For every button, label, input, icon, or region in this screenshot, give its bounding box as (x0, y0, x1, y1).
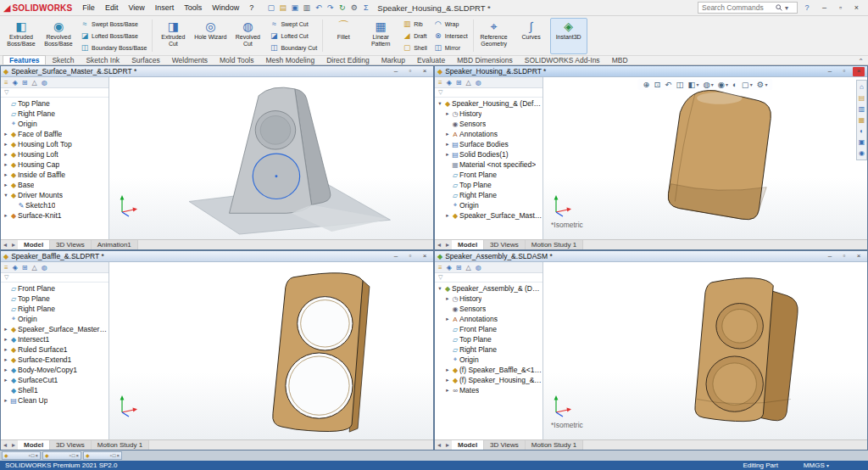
tree-expand-arrow[interactable]: ▾ (437, 285, 443, 292)
ribbon-button[interactable]: ◪ Lofted Cut (266, 30, 320, 42)
tree-filter-row[interactable]: ▽ (1, 88, 108, 98)
ribbon-tab[interactable]: SOLIDWORKS Add-Ins (519, 56, 606, 64)
tree-filter-row[interactable]: ▽ (435, 273, 542, 283)
task-pane-icon[interactable]: ◐ (860, 127, 864, 135)
menu-item[interactable]: ? (244, 3, 259, 13)
close-icon[interactable]: × (116, 452, 120, 460)
minimize-icon[interactable]: – (824, 67, 836, 76)
task-pane-icon[interactable]: ◉ (859, 149, 865, 157)
headsup-tool[interactable]: ⊡ ▾ (654, 80, 661, 89)
tree-item[interactable]: ▱ Front Plane (435, 170, 542, 180)
headsup-tool[interactable]: ◧ ▾ (687, 80, 698, 89)
headsup-tool[interactable]: ▢ ▾ (742, 80, 753, 89)
document-tab[interactable]: Model (18, 440, 50, 450)
tree-item[interactable]: ▸ ◆ (f) Speaker_Housing_&<1> -> (Defa (435, 375, 542, 385)
tab-scroll-left-icon[interactable]: ◂ (1, 240, 9, 249)
close-icon[interactable]: × (419, 67, 431, 76)
quick-access-icon[interactable]: ↻ (337, 3, 348, 12)
search-icon[interactable] (776, 4, 782, 11)
baffle-model[interactable] (109, 262, 433, 439)
tree-item[interactable]: ▸ ▤ Surface Bodies (435, 139, 542, 149)
headsup-tool[interactable]: ↶ ▾ (665, 80, 672, 89)
tree-item[interactable]: ▱ Top Plane (435, 334, 542, 344)
tree-expand-arrow[interactable]: ▸ (3, 377, 9, 383)
window-titlebar[interactable]: ◆ Speaker_Housing_&.SLDPRT * – ▫ × (435, 66, 867, 77)
tree-item[interactable]: ▸ ◆ Surface-Knit1 (1, 210, 108, 221)
ribbon-button[interactable]: ◪ Lofted Boss/Base (77, 30, 150, 42)
panel-tab-icon[interactable]: ◈ (447, 79, 452, 87)
tab-scroll-left-icon[interactable]: ◂ (1, 440, 9, 450)
document-tab[interactable]: Motion Study 1 (92, 440, 149, 450)
help-button[interactable]: ? (801, 3, 813, 12)
tree-item[interactable]: ⌖ Origin (1, 314, 108, 324)
document-tab[interactable]: Motion Study 1 (526, 240, 583, 249)
search-input[interactable] (702, 3, 773, 12)
ribbon-tab[interactable]: Features (3, 55, 46, 64)
restore-icon[interactable]: ▫ (404, 252, 416, 261)
task-pane-icon[interactable]: ▦ (859, 116, 865, 124)
panel-tab-icon[interactable]: ⊞ (456, 79, 462, 87)
viewport-3d[interactable] (109, 77, 433, 239)
close-icon[interactable]: × (35, 452, 38, 460)
headsup-tool[interactable]: ◐ ▾ (732, 80, 737, 89)
ribbon-button[interactable]: ◫ Boundary Boss/Base (77, 42, 150, 53)
tree-item[interactable]: ⌖ Origin (435, 200, 542, 210)
menu-item[interactable]: Tools (179, 3, 207, 13)
ribbon-tab[interactable]: MBD (606, 56, 634, 64)
close-icon[interactable]: × (849, 2, 865, 14)
close-icon[interactable]: × (853, 252, 865, 261)
tree-item[interactable]: ▸ ◆ Body-Move/Copy1 (1, 365, 108, 375)
tab-scroll-left-icon[interactable]: ◂ (435, 240, 443, 249)
ribbon-button[interactable]: ◉ Revolved Boss/Base (40, 18, 77, 54)
restore-icon[interactable]: ▫ (110, 452, 112, 460)
tree-expand-arrow[interactable]: ▸ (3, 131, 9, 137)
tab-scroll-right-icon[interactable]: ▸ (9, 440, 18, 450)
tree-item[interactable]: ▸ ◷ History (435, 294, 542, 304)
tree-item[interactable]: ▸ ◆ Speaker_Surface_Master -> (Defa (1, 324, 108, 334)
headsup-tool[interactable]: ◍ ▾ (703, 80, 713, 89)
panel-tab-icon[interactable]: ◍ (42, 264, 47, 271)
panel-tab-icon[interactable]: ⊞ (456, 264, 462, 271)
tab-scroll-right-icon[interactable]: ▸ (443, 440, 452, 450)
tree-item[interactable]: ◉ Sensors (435, 304, 542, 314)
tree-expand-arrow[interactable]: ▸ (444, 131, 451, 137)
tree-expand-arrow[interactable]: ▸ (3, 356, 9, 363)
units-selector[interactable]: MMGS ▾ (804, 462, 829, 469)
minimize-icon[interactable]: – (390, 252, 402, 261)
tree-item[interactable]: ▸ ◆ Intersect1 (1, 334, 108, 344)
panel-tab-icon[interactable]: △ (466, 79, 471, 87)
tab-scroll-right-icon[interactable]: ▸ (9, 240, 18, 249)
minimized-window-chip[interactable]: ◆ ▫ □ × (42, 451, 81, 460)
quick-access-icon[interactable]: ▤ (277, 3, 288, 12)
quick-access-icon[interactable]: ↷ (325, 3, 336, 12)
tree-item[interactable]: ▸ ∞ Mates (435, 385, 542, 395)
menu-item[interactable]: Edit (100, 3, 124, 13)
document-tab[interactable]: 3D Views (484, 440, 526, 450)
ribbon-tab[interactable]: MBD Dimensions (451, 56, 519, 64)
ribbon-button[interactable]: ⌒ Fillet (325, 18, 362, 54)
restore-icon[interactable]: ▫ (404, 67, 416, 76)
panel-tab-icon[interactable]: △ (466, 264, 471, 271)
tree-item[interactable]: ▾ ◆ Speaker_Assembly_& (Default<Display … (435, 283, 542, 294)
tree-item[interactable]: ▸ ◆ Speaker_Surface_Master -> (Defa (435, 210, 542, 221)
panel-tab-icon[interactable]: ◈ (13, 264, 18, 271)
restore-icon[interactable]: ▫ (832, 2, 849, 14)
document-tab[interactable]: Animation1 (92, 240, 138, 249)
tree-item[interactable]: ▾ ◆ Driver Mounts (1, 190, 108, 200)
tree-item[interactable]: ▸ ◆ Housing Loft Top (1, 139, 108, 149)
tree-expand-arrow[interactable]: ▸ (444, 377, 451, 383)
task-pane-icon[interactable]: ⌂ (860, 83, 864, 91)
tree-item[interactable]: ▸ ◆ Housing Loft (1, 149, 108, 159)
document-tab[interactable]: 3D Views (484, 240, 526, 249)
tree-item[interactable]: ▱ Right Plane (1, 304, 108, 314)
ribbon-tab[interactable]: Surfaces (125, 56, 166, 64)
ribbon-tab[interactable]: Weldments (166, 56, 214, 64)
tree-expand-arrow[interactable]: ▸ (444, 151, 451, 158)
document-tab[interactable]: Model (452, 240, 484, 249)
restore-icon[interactable]: ▫ (70, 452, 71, 460)
ribbon-tab[interactable]: Evaluate (411, 56, 451, 64)
tree-item[interactable]: ◆ Shell1 (1, 385, 108, 395)
tree-item[interactable]: ⌖ Origin (435, 355, 542, 365)
tree-expand-arrow[interactable]: ▸ (3, 171, 9, 178)
close-icon[interactable]: × (853, 67, 865, 76)
